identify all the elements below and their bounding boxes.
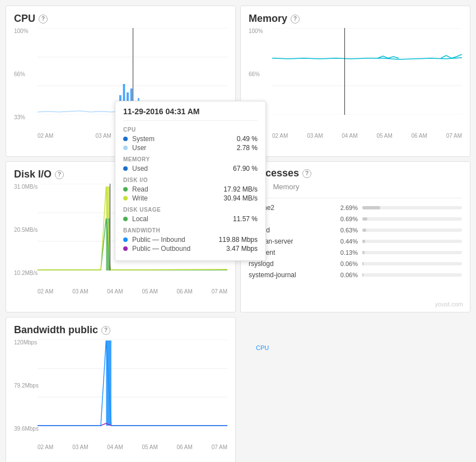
process-pct: 2.69% — [327, 204, 358, 211]
tooltip-memory-used-label: Used — [132, 165, 233, 172]
tooltip: 11-29-2016 04:31 AM CPU System 0.49 % Us… — [115, 101, 266, 261]
memory-help-icon[interactable]: ? — [291, 15, 300, 24]
tooltip-bw-inbound-row: Public — Inbound 119.88 Mbps — [123, 236, 258, 244]
memory-chart-area: 100% 66% 33% — [249, 28, 462, 132]
process-bar-fill — [362, 217, 367, 221]
tooltip-diskio-read-value: 17.92 MB/s — [223, 185, 258, 193]
memory-title-text: Memory — [249, 13, 287, 25]
tooltip-cpu-label: CPU — [123, 127, 258, 133]
tooltip-diskusage-local-value: 11.57 % — [233, 215, 258, 223]
tooltip-diskio-read-dot — [123, 187, 128, 192]
processes-title: Processes ? — [249, 167, 462, 179]
bandwidth-chart-svg — [38, 339, 227, 426]
tooltip-memory-used-dot — [123, 166, 128, 171]
bandwidth-panel: Bandwidth public ? 120Mbps 79.2Mbps 39.6… — [6, 317, 236, 462]
tooltip-diskusage-local-label: Local — [132, 215, 233, 223]
process-bar-bg — [362, 217, 462, 221]
tooltip-memory-label: MEMORY — [123, 156, 258, 162]
process-pct: 0.13% — [327, 249, 358, 256]
memory-vertical-line — [344, 28, 345, 115]
cpu-tab-label: CPU — [256, 344, 269, 351]
tooltip-diskio-write-label: Write — [132, 194, 223, 202]
process-row: systemd-journal0.06% — [249, 271, 462, 279]
cpu-title-text: CPU — [14, 13, 35, 25]
watermark: youst.com — [435, 301, 463, 307]
tooltip-bw-outbound-label: Public — Outbound — [132, 245, 226, 253]
tooltip-cpu-system-dot — [123, 137, 128, 141]
process-bar-bg — [362, 228, 462, 232]
tooltip-bw-outbound-row: Public — Outbound 3.47 Mbps — [123, 245, 258, 253]
process-pct: 0.63% — [327, 227, 358, 234]
memory-chart-svg — [272, 28, 462, 115]
tooltip-time: 11-29-2016 04:31 AM — [123, 107, 258, 121]
cpu-y-labels: 100% 66% 33% — [14, 28, 29, 132]
process-list: apache22.69%siege0.69%mysqld0.63%fail2ba… — [249, 204, 462, 279]
tooltip-bw-inbound-dot — [123, 237, 128, 242]
cpu-help-icon[interactable]: ? — [39, 15, 48, 24]
process-row: fail2ban-server0.44% — [249, 237, 462, 245]
process-row: siege0.69% — [249, 215, 462, 223]
tooltip-cpu-user-label: User — [132, 144, 237, 152]
diskio-x-labels: 02 AM 03 AM 04 AM 05 AM 06 AM 07 AM — [14, 288, 227, 295]
tab-memory[interactable]: Memory — [273, 183, 299, 194]
diskio-vertical-line — [110, 184, 110, 270]
memory-x-labels: 02 AM 03 AM 04 AM 05 AM 06 AM 07 AM — [249, 133, 462, 139]
tooltip-diskio-write-value: 30.94 MB/s — [223, 194, 258, 202]
process-bar-fill — [362, 240, 365, 243]
tooltip-diskio-read-label: Read — [132, 185, 223, 193]
process-pct: 0.44% — [327, 238, 358, 245]
process-bar-bg — [362, 251, 462, 254]
process-bar-fill — [362, 251, 365, 254]
process-name: rsyslogd — [249, 260, 327, 268]
tooltip-diskusage-label: DISK USAGE — [123, 207, 258, 213]
tooltip-cpu-system-value: 0.49 % — [237, 135, 258, 143]
tooltip-memory-used-row: Used 67.90 % — [123, 165, 258, 172]
process-row: apache22.69% — [249, 204, 462, 212]
tooltip-diskio-label: DISK I/O — [123, 177, 258, 183]
tooltip-cpu-user-value: 2.78 % — [237, 144, 258, 152]
process-bar-fill — [362, 273, 363, 277]
tooltip-bw-outbound-dot — [123, 246, 128, 251]
tooltip-diskusage-local-dot — [123, 217, 128, 221]
process-name: systemd-journal — [249, 271, 327, 279]
bandwidth-help-icon[interactable]: ? — [101, 326, 110, 335]
processes-help-icon[interactable]: ? — [302, 169, 311, 178]
process-row: mysqld0.63% — [249, 226, 462, 234]
process-bar-fill — [362, 262, 363, 265]
tooltip-diskio-write-dot — [123, 196, 128, 200]
cpu-title: CPU ? — [14, 13, 227, 25]
tooltip-bw-inbound-value: 119.88 Mbps — [219, 236, 258, 244]
memory-chart-inner — [272, 28, 462, 132]
process-bar-fill — [362, 206, 380, 209]
diskio-title-text: Disk I/O — [14, 169, 52, 180]
tooltip-memory-used-value: 67.90 % — [233, 165, 258, 172]
tooltip-bw-inbound-label: Public — Inbound — [132, 236, 219, 244]
bandwidth-chart-area: 120Mbps 79.2Mbps 39.6Mbps — [14, 339, 227, 443]
memory-title: Memory ? — [249, 13, 462, 25]
process-bar-bg — [362, 262, 462, 265]
tooltip-diskio-read-row: Read 17.92 MB/s — [123, 185, 258, 193]
process-tabs: CPU Memory — [249, 183, 462, 198]
process-bar-bg — [362, 240, 462, 243]
process-bar-bg — [362, 206, 462, 209]
tooltip-bandwidth-label: BANDWIDTH — [123, 227, 258, 234]
bandwidth-title-text: Bandwidth public — [14, 324, 98, 336]
tooltip-bw-outbound-value: 3.47 Mbps — [226, 245, 258, 253]
process-pct: 0.69% — [327, 216, 358, 222]
bandwidth-x-labels: 02 AM 03 AM 04 AM 05 AM 06 AM 07 AM — [14, 444, 227, 450]
process-pct: 0.06% — [327, 260, 358, 267]
bandwidth-title: Bandwidth public ? — [14, 324, 227, 336]
process-row: rsyslogd0.06% — [249, 260, 462, 268]
processes-panel: Processes ? CPU Memory apache22.69%siege… — [240, 161, 470, 312]
process-bar-bg — [362, 273, 462, 277]
tooltip-cpu-user-dot — [123, 146, 128, 150]
tooltip-cpu-system-row: System 0.49 % — [123, 135, 258, 143]
diskio-help-icon[interactable]: ? — [55, 170, 64, 179]
tooltip-diskusage-local-row: Local 11.57 % — [123, 215, 258, 223]
tooltip-cpu-user-row: User 2.78 % — [123, 144, 258, 152]
process-bar-fill — [362, 228, 366, 232]
process-pct: 0.06% — [327, 272, 358, 278]
tooltip-cpu-system-label: System — [132, 135, 237, 143]
tooltip-diskio-write-row: Write 30.94 MB/s — [123, 194, 258, 202]
bandwidth-y-labels: 120Mbps 79.2Mbps 39.6Mbps — [14, 339, 39, 443]
